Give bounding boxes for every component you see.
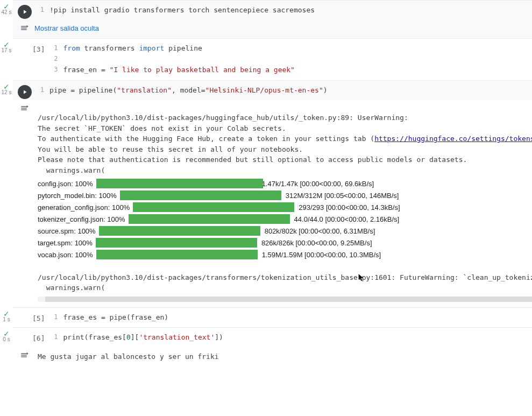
download-file-label: tokenizer_config.json: 100%	[38, 215, 129, 223]
download-file-label: pytorch_model.bin: 100%	[38, 192, 120, 200]
line-number: 1	[48, 43, 63, 54]
download-stats: 1.59M/1.59M [00:00<00:00, 10.3MB/s]	[258, 251, 381, 259]
show-hidden-output-link[interactable]: Mostrar salida oculta	[34, 24, 99, 32]
stdout-text: Me gusta jugar al baloncesto y ser un fr…	[38, 349, 528, 368]
download-progress-row: tokenizer_config.json: 100%44.0/44.0 [00…	[38, 214, 532, 224]
cell-input-row: [3] 1 from transformers import pipeline …	[13, 39, 532, 80]
line-number: 1	[34, 5, 49, 16]
run-button-wrap	[17, 84, 32, 99]
exec-time: 17 s	[2, 47, 12, 53]
kw-from: from	[63, 44, 80, 52]
code-cell-3: ✓ 12 s 1 pipe = pipeline("translation", …	[13, 80, 532, 307]
horizontal-scrollbar[interactable]	[38, 297, 532, 302]
download-progress-row: pytorch_model.bin: 100%312M/312M [00:05<…	[38, 191, 532, 200]
download-file-label: vocab.json: 100%	[38, 251, 96, 259]
code-text: transformers	[80, 44, 139, 52]
toggle-output-button[interactable]	[17, 23, 32, 33]
download-progress-list: config.json: 100%1.47k/1.47k [00:00<00:0…	[38, 179, 532, 259]
string-literal: "Helsinki-NLP/opus-mt-en-es"	[205, 86, 323, 94]
string-literal: "I like to play basketball and being a g…	[110, 66, 295, 74]
download-progress-row: generation_config.json: 100%293/293 [00:…	[38, 202, 532, 212]
progress-bar-track	[120, 191, 281, 200]
download-stats: 44.0/44.0 [00:00<00:00, 2.16kB/s]	[290, 215, 400, 223]
code-text: frase_es = pipe(frase_en)	[63, 312, 168, 323]
progress-bar-fill	[129, 214, 290, 224]
progress-bar-track	[96, 238, 257, 248]
code-text: !pip install gradio transformers torch s…	[49, 5, 315, 16]
run-button-wrap	[17, 311, 32, 312]
toggle-output-button[interactable]	[17, 349, 32, 368]
line-number: 2	[48, 54, 63, 65]
progress-bar-track	[129, 214, 290, 224]
collapse-output-icon	[20, 103, 30, 113]
download-file-label: generation_config.json: 100%	[38, 203, 133, 211]
code-cell-2: ✓ 17 s [3] 1 from transformers import pi…	[13, 38, 532, 80]
number-literal: 0	[126, 333, 131, 341]
exec-time: 0 s	[3, 336, 10, 342]
download-progress-row: vocab.json: 100%1.59M/1.59M [00:00<00:00…	[38, 250, 532, 259]
cell-output: /usr/local/lib/python3.10/dist-packages/…	[13, 100, 532, 307]
progress-bar-track	[133, 202, 294, 212]
line-number: 3	[48, 65, 63, 75]
code-text: pipeline	[164, 44, 202, 52]
progress-bar-fill	[120, 191, 281, 200]
collapse-output-icon	[20, 23, 30, 33]
cell-status: ✓ 0 s	[0, 330, 13, 342]
code-editor[interactable]: 1 print(frase_es[0]['translation_text'])	[33, 331, 530, 346]
cell-input-row: [6] 1 print(frase_es[0]['translation_tex…	[13, 328, 532, 347]
progress-bar-fill	[96, 179, 263, 188]
download-stats: 826k/826k [00:00<00:00, 9.25MB/s]	[257, 239, 372, 247]
progress-bar-fill	[99, 226, 260, 236]
mouse-cursor-icon	[357, 273, 366, 282]
code-editor[interactable]: 1 from transformers import pipeline 2 3 …	[33, 42, 530, 79]
progress-bar-fill	[96, 250, 258, 259]
progress-bar-track	[96, 179, 258, 188]
download-stats: 293/293 [00:00<00:00, 14.3kB/s]	[294, 203, 400, 211]
download-stats: 1.47k/1.47k [00:00<00:00, 69.6kB/s]	[258, 180, 374, 188]
code-editor[interactable]: 1 pipe = pipeline("translation", model="…	[32, 84, 530, 99]
download-stats: 802k/802k [00:00<00:00, 6.31MB/s]	[260, 227, 375, 235]
exec-time: 1 s	[3, 316, 10, 322]
run-button-wrap	[17, 42, 32, 43]
line-number: 1	[34, 85, 49, 96]
cell-input-row: 1 pipe = pipeline("translation", model="…	[13, 81, 532, 100]
output-toggle-row: Mostrar salida oculta	[13, 20, 532, 38]
run-button[interactable]	[18, 5, 32, 19]
kw-import: import	[139, 44, 164, 52]
exec-time: 42 s	[2, 9, 12, 15]
cell-input-row: 1 !pip install gradio transformers torch…	[13, 1, 532, 20]
cell-status: ✓ 12 s	[0, 83, 13, 95]
code-editor[interactable]: 1 !pip install gradio transformers torch…	[32, 4, 530, 19]
code-text: )	[323, 86, 328, 94]
code-cell-4: ✓ 1 s [5] 1 frase_es = pipe(frase_en)	[13, 307, 532, 327]
cell-status: ✓ 17 s	[0, 41, 13, 53]
code-text: ])	[215, 333, 223, 341]
run-button-wrap	[17, 331, 32, 332]
download-progress-row: source.spm: 100%802k/802k [00:00<00:00, …	[38, 226, 532, 236]
hf-tokens-link[interactable]: https://huggingface.co/settings/tokens	[374, 135, 532, 143]
code-cell-1: ✓ 42 s 1 !pip install gradio transformer…	[13, 0, 532, 38]
toggle-output-button[interactable]	[17, 102, 32, 302]
cell-status: ✓ 42 s	[0, 3, 13, 15]
progress-bar-fill	[133, 202, 294, 212]
exec-time: 12 s	[2, 89, 12, 95]
line-number: 1	[48, 332, 63, 343]
play-icon	[22, 9, 28, 15]
code-editor[interactable]: 1 frase_es = pipe(frase_en)	[33, 311, 530, 326]
code-text: ][	[131, 333, 139, 341]
stderr-text: /usr/local/lib/python3.10/dist-packages/…	[38, 102, 532, 176]
download-file-label: source.spm: 100%	[38, 227, 99, 235]
code-text: , model=	[172, 86, 205, 94]
line-number: 1	[48, 312, 63, 323]
play-icon	[22, 89, 28, 95]
string-literal: 'translation_text'	[139, 333, 215, 341]
run-button[interactable]	[18, 85, 32, 99]
progress-bar-track	[96, 250, 258, 259]
download-progress-row: config.json: 100%1.47k/1.47k [00:00<00:0…	[38, 179, 532, 188]
string-literal: "translation"	[117, 86, 172, 94]
cell-input-row: [5] 1 frase_es = pipe(frase_en)	[13, 308, 532, 327]
cell-output: Me gusta jugar al baloncesto y ser un fr…	[13, 347, 532, 368]
download-file-label: config.json: 100%	[38, 180, 96, 188]
download-stats: 312M/312M [00:05<00:00, 146MB/s]	[281, 192, 399, 200]
download-progress-row: target.spm: 100%826k/826k [00:00<00:00, …	[38, 238, 532, 248]
